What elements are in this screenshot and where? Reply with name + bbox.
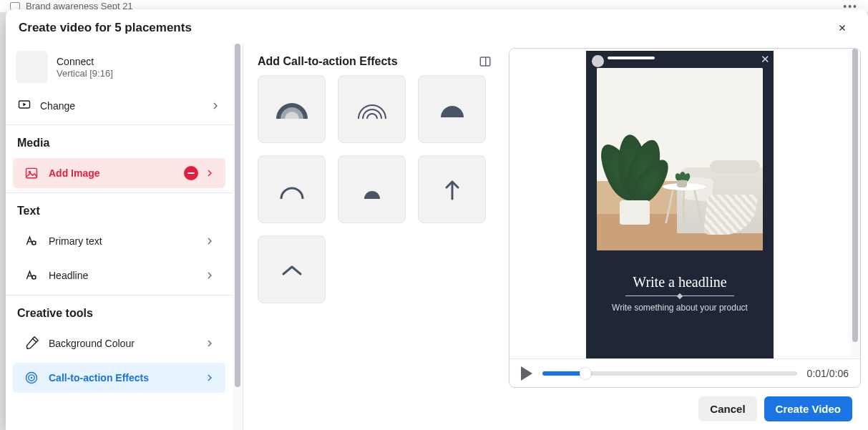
- template-title: Connect: [57, 55, 113, 68]
- effects-grid: [258, 75, 497, 303]
- cta-effects-label: Call-to-action Effects: [49, 372, 195, 383]
- eyedropper-icon: [23, 335, 40, 352]
- preview-stage: ✕ Write a headline Write something about…: [509, 49, 850, 358]
- effects-panel: Add Call-to-action Effects: [243, 44, 506, 430]
- create-video-modal: Create video for 5 placements Connect Ve…: [6, 9, 868, 430]
- section-media: Media: [6, 127, 233, 154]
- change-template-row[interactable]: Change: [6, 90, 233, 122]
- template-thumbnail: [16, 51, 48, 83]
- text-icon: [23, 267, 40, 284]
- cancel-button[interactable]: Cancel: [698, 396, 756, 421]
- text-icon: [23, 233, 40, 250]
- divider: [6, 124, 233, 125]
- video-controls: 0:01/0:06: [509, 358, 860, 387]
- create-video-button[interactable]: Create Video: [764, 396, 852, 421]
- sidebar-content: Connect Vertical [9:16] Change Media: [6, 44, 233, 430]
- effects-header: Add Call-to-action Effects: [258, 55, 497, 68]
- chevron-right-icon: [204, 167, 215, 179]
- modal-header: Create video for 5 placements: [6, 9, 868, 44]
- add-image-item[interactable]: Add Image: [13, 158, 225, 188]
- preview-wrap: ✕ Write a headline Write something about…: [509, 48, 861, 388]
- story-close-icon: ✕: [761, 54, 770, 64]
- chevron-right-icon: [204, 235, 215, 247]
- chevron-right-icon: [210, 100, 221, 112]
- effect-rainbow-outline[interactable]: [338, 75, 406, 143]
- time-display: 0:01/0:06: [807, 368, 849, 379]
- effect-arrow-up[interactable]: [418, 155, 486, 223]
- seek-knob[interactable]: [580, 368, 591, 379]
- effect-chevron-up[interactable]: [258, 235, 326, 303]
- preview-divider: [625, 295, 734, 296]
- panel-toggle-icon[interactable]: [479, 55, 492, 68]
- play-button[interactable]: [521, 366, 532, 381]
- section-tools: Creative tools: [6, 297, 233, 324]
- remove-icon[interactable]: [184, 166, 198, 180]
- story-progress-bar: [608, 57, 655, 59]
- target-icon: [23, 369, 40, 386]
- close-icon: [838, 21, 847, 34]
- effect-semicircle-large[interactable]: [418, 75, 486, 143]
- chevron-right-icon: [204, 372, 215, 383]
- svg-point-5: [31, 377, 33, 379]
- sidebar-scrollbar[interactable]: [233, 44, 243, 430]
- divider: [6, 192, 233, 193]
- effect-rainbow-filled[interactable]: [258, 75, 326, 143]
- add-image-label: Add Image: [49, 167, 175, 179]
- background-colour-label: Background Colour: [49, 338, 195, 349]
- modal-body: Connect Vertical [9:16] Change Media: [6, 44, 868, 430]
- preview-headline: Write a headline: [586, 274, 774, 290]
- seek-progress: [542, 371, 585, 376]
- svg-rect-1: [26, 168, 37, 177]
- close-button[interactable]: [834, 19, 851, 36]
- primary-text-item[interactable]: Primary text: [13, 226, 225, 256]
- headline-item[interactable]: Headline: [13, 260, 225, 290]
- seek-bar[interactable]: [542, 371, 797, 376]
- section-text: Text: [6, 195, 233, 222]
- preview-primary-text: Write something about your product: [586, 303, 774, 313]
- story-preview: ✕ Write a headline Write something about…: [586, 51, 774, 358]
- chevron-right-icon: [204, 338, 215, 349]
- effects-title: Add Call-to-action Effects: [258, 55, 398, 68]
- effect-arch-outline[interactable]: [258, 155, 326, 223]
- modal-title: Create video for 5 placements: [19, 21, 192, 35]
- story-avatar: [592, 55, 604, 67]
- modal-footer: Cancel Create Video: [506, 388, 864, 430]
- chevron-right-icon: [204, 270, 215, 281]
- template-card: Connect Vertical [9:16]: [6, 44, 233, 90]
- headline-label: Headline: [49, 270, 195, 281]
- play-rect-icon: [17, 97, 31, 114]
- effect-semicircle-small[interactable]: [338, 155, 406, 223]
- cta-effects-item[interactable]: Call-to-action Effects: [13, 363, 225, 393]
- left-sidebar: Connect Vertical [9:16] Change Media: [6, 44, 243, 430]
- preview-panel: ✕ Write a headline Write something about…: [506, 44, 868, 430]
- preview-area: ✕ Write a headline Write something about…: [509, 49, 860, 358]
- change-template-label: Change: [40, 100, 75, 112]
- background-colour-item[interactable]: Background Colour: [13, 328, 225, 358]
- divider: [6, 295, 233, 295]
- template-subtitle: Vertical [9:16]: [57, 68, 113, 79]
- primary-text-label: Primary text: [49, 235, 195, 247]
- preview-scrollbar[interactable]: [850, 49, 860, 358]
- preview-image: [597, 68, 763, 250]
- image-icon: [23, 165, 40, 182]
